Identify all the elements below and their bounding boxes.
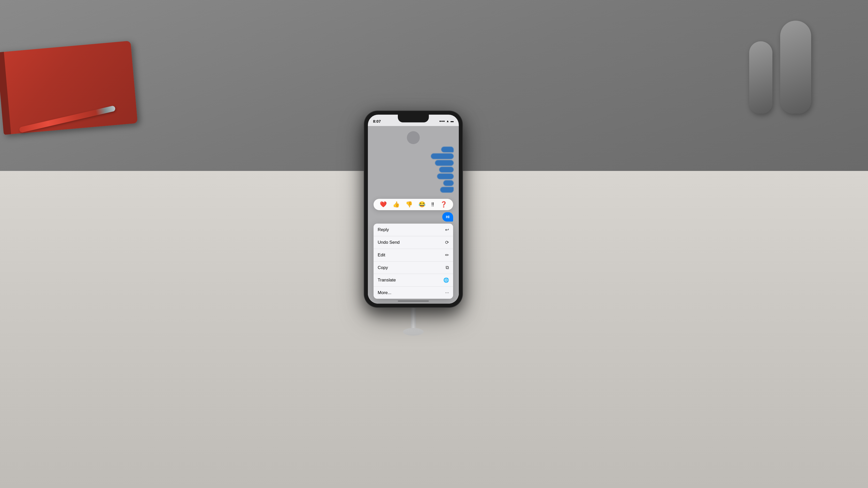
edit-label: Edit [378, 253, 385, 258]
menu-item-undo-send[interactable]: Undo Send ⟳ [374, 236, 453, 249]
wifi-icon: ▲ [446, 119, 449, 123]
translate-icon: 🌐 [443, 277, 449, 283]
battery-icon: ▬ [451, 119, 454, 123]
menu-item-copy[interactable]: Copy ⧉ [374, 262, 453, 274]
undo-send-icon: ⟳ [445, 239, 449, 245]
phone-stand-base [403, 328, 424, 336]
context-menu: Reply ↩︎ Undo Send ⟳ Edit ✏ Copy ⧉ [374, 224, 453, 299]
phone-body: 8:07 ●●● ▲ ▬ [364, 111, 462, 307]
cylinder-small [749, 41, 772, 113]
reply-label: Reply [378, 227, 389, 232]
more-label: More... [378, 290, 392, 295]
phone-stand-pole [411, 307, 416, 328]
menu-item-edit[interactable]: Edit ✏ [374, 249, 453, 262]
reply-icon: ↩︎ [445, 227, 449, 233]
reaction-exclamation[interactable]: ‼️ [431, 201, 434, 208]
menu-item-translate[interactable]: Translate 🌐 [374, 274, 453, 287]
status-icons: ●●● ▲ ▬ [439, 118, 454, 123]
phone-wrapper: 8:07 ●●● ▲ ▬ [364, 111, 462, 336]
more-icon: ··· [445, 290, 449, 295]
cylinder-group [749, 21, 811, 113]
copy-icon: ⧉ [445, 265, 449, 270]
reaction-bar[interactable]: ❤️ 👍 👎 😂 ‼️ ❓ [374, 199, 453, 210]
reaction-haha[interactable]: 😂 [418, 201, 426, 208]
hi-message-bubble: HI [442, 212, 453, 222]
phone-screen: 8:07 ●●● ▲ ▬ [368, 115, 459, 304]
red-book [0, 41, 138, 135]
menu-item-reply[interactable]: Reply ↩︎ [374, 224, 453, 236]
copy-label: Copy [378, 265, 388, 270]
phone-notch [398, 115, 429, 122]
status-time: 8:07 [373, 118, 381, 123]
menu-item-more[interactable]: More... ··· [374, 287, 453, 299]
reaction-thumbs-down[interactable]: 👎 [406, 201, 412, 208]
hi-bubble-text: HI [446, 215, 450, 219]
undo-send-label: Undo Send [378, 240, 400, 245]
reaction-heart[interactable]: ❤️ [380, 201, 387, 208]
reaction-thumbs-up[interactable]: 👍 [393, 201, 400, 208]
messages-area: ❤️ 👍 👎 😂 ‼️ ❓ HI Reply ↩︎ [368, 126, 459, 304]
signal-icon: ●●● [439, 119, 445, 123]
cylinder-large [780, 21, 811, 113]
translate-label: Translate [378, 278, 396, 283]
home-indicator [398, 300, 429, 301]
reaction-question[interactable]: ❓ [440, 201, 447, 208]
edit-icon: ✏ [445, 252, 449, 258]
